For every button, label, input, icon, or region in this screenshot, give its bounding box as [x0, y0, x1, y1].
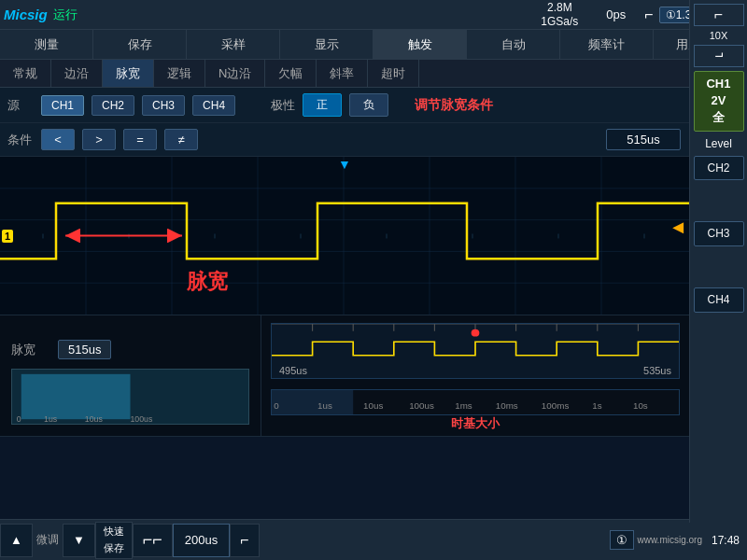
trigger-level-arrow: ◄ [669, 217, 687, 238]
ch1-source-btn[interactable]: CH1 [41, 95, 84, 116]
condition-value-text: 515us [627, 133, 659, 147]
sample-rate-display: 2.8M 1GSa/s [541, 1, 578, 28]
submenu-pulsewidth[interactable]: 脉宽 [103, 60, 154, 87]
menu-counter[interactable]: 频率计 [560, 30, 654, 59]
bottom-panel: 脉宽 515us 0 1us 10us 100us [0, 315, 689, 437]
svg-text:100us: 100us [131, 414, 153, 424]
svg-rect-38 [272, 390, 353, 414]
fine-adjust-up-btn[interactable]: ▲ [0, 524, 33, 557]
polarity-negative-btn[interactable]: 负 [349, 93, 388, 117]
timebase-value-text: 200us [185, 533, 218, 547]
adjust-pulsewidth-label: 调节脉宽条件 [415, 97, 493, 114]
ch1-toolbar-icon[interactable]: ① [610, 530, 634, 550]
svg-text:1s: 1s [592, 402, 602, 411]
timeline-container: 495us 535us 0 1us 10us 100us 1ms 10ms 10… [261, 315, 689, 436]
submenu-timeout[interactable]: 超时 [368, 60, 419, 87]
bottom-toolbar: ▲ 微调 ▼ 快速 保存 ⌐⌐ 200us ⌐ ① www.micsig.org… [0, 519, 747, 560]
svg-text:1us: 1us [317, 402, 332, 411]
ch3-panel-label: CH3 [707, 227, 729, 240]
right-panel: ⌐ 10X ⌐ CH1 2V 全 Level CH2 CH3 CH4 [689, 0, 747, 523]
polarity-positive-btn[interactable]: 正 [303, 93, 342, 117]
condition-label: 条件 [7, 132, 34, 148]
fine-adjust-label: 微调 [33, 532, 63, 548]
menu-auto[interactable]: 自动 [467, 30, 560, 59]
quick-save-btn[interactable]: 快速 保存 [95, 522, 133, 559]
svg-text:100us: 100us [409, 402, 434, 411]
waveform-icon-btn[interactable]: ⌐⌐ [133, 524, 173, 557]
ch4-panel-label: CH4 [707, 293, 729, 306]
svg-point-37 [472, 329, 480, 337]
ch1-voltage-label: 2V [697, 92, 741, 109]
submenu-underdamped[interactable]: 欠幅 [265, 60, 317, 87]
trigger-edge-btn[interactable]: ⌐ [230, 524, 259, 557]
ch2-panel-btn[interactable]: CH2 [694, 156, 744, 181]
timebase-size-label: 时基大小 [451, 415, 500, 432]
toolbar-extra-icons: ① www.micsig.org 17:48 [610, 530, 748, 550]
range-end-label: 535us [643, 365, 671, 376]
menu-display[interactable]: 显示 [280, 30, 374, 59]
ch3-panel-btn[interactable]: CH3 [694, 221, 744, 246]
svg-text:10s: 10s [633, 402, 648, 411]
timebase-display: 0ps [606, 7, 626, 21]
submenu-edge[interactable]: 边沿 [51, 60, 103, 87]
menu-bar: 测量 保存 采样 显示 触发 自动 频率计 用户设置 [0, 30, 747, 60]
ten-x-label: 10X [710, 30, 728, 41]
trigger-submenu: 常规 边沿 脉宽 逻辑 N边沿 欠幅 斜率 超时 [0, 60, 747, 88]
cond-notequal-btn[interactable]: ≠ [164, 129, 198, 150]
pulse-info-value: 515us [58, 340, 111, 359]
trigger-position-marker: ▼ [338, 157, 351, 172]
cond-less-btn[interactable]: < [41, 129, 75, 150]
cond-greater-btn[interactable]: > [82, 129, 116, 150]
menu-trigger[interactable]: 触发 [374, 30, 467, 59]
timebase-value-display[interactable]: 200us [173, 524, 230, 557]
trigger-rising-icon[interactable]: ⌐ [694, 4, 744, 26]
run-state[interactable]: 运行 [53, 7, 78, 23]
ch2-source-btn[interactable]: CH2 [92, 95, 134, 116]
polarity-label: 极性 [271, 97, 295, 114]
submenu-nedge[interactable]: N边沿 [205, 60, 265, 87]
website-label: www.micsig.org [638, 535, 702, 545]
svg-rect-22 [21, 374, 131, 419]
ch4-panel-btn[interactable]: CH4 [694, 287, 744, 313]
ch1-panel-btn[interactable]: CH1 2V 全 [694, 71, 744, 132]
svg-text:0: 0 [274, 402, 278, 411]
app-logo: Micsig [4, 7, 48, 22]
time-display: 17:48 [712, 534, 740, 547]
svg-text:10us: 10us [85, 414, 104, 424]
level-label: Level [694, 135, 744, 152]
cond-equal-btn[interactable]: = [123, 129, 157, 150]
submenu-slope[interactable]: 斜率 [317, 60, 368, 87]
ch3-source-btn[interactable]: CH3 [142, 95, 185, 116]
pulse-info-label: 脉宽 [11, 342, 49, 358]
ch2-panel-label: CH2 [707, 161, 729, 175]
sample-rate: 1GSa/s [541, 15, 578, 28]
pulse-value-row: 脉宽 515us [11, 340, 249, 359]
fine-adjust-down-btn[interactable]: ▼ [63, 524, 95, 557]
condition-value-display[interactable]: 515us [606, 129, 681, 150]
svg-text:1us: 1us [44, 414, 58, 424]
ch1-coupling-label: 全 [697, 109, 741, 126]
source-row: 源 CH1 CH2 CH3 CH4 极性 正 负 调节脉宽条件 [0, 88, 747, 123]
pulse-info-box: 脉宽 515us 0 1us 10us 100us [0, 315, 261, 436]
svg-text:0: 0 [17, 414, 21, 424]
svg-text:1ms: 1ms [455, 402, 472, 411]
svg-text:10us: 10us [363, 402, 384, 411]
menu-sample[interactable]: 采样 [187, 30, 280, 59]
menu-measure[interactable]: 测量 [0, 30, 93, 59]
waveform-area: ▼ [0, 157, 689, 315]
top-bar: Micsig 运行 2.8M 1GSa/s 0ps ⌐ ①1.32V 正常 [0, 0, 747, 30]
source-label: 源 [7, 97, 34, 114]
trigger-edge-icon: ⌐ [644, 7, 653, 23]
ch1-panel-label: CH1 [697, 76, 741, 92]
svg-text:100ms: 100ms [542, 402, 570, 411]
submenu-normal[interactable]: 常规 [0, 60, 51, 87]
menu-save[interactable]: 保存 [93, 30, 187, 59]
pulse-histogram: 0 1us 10us 100us [11, 369, 249, 425]
memory-depth: 2.8M [547, 1, 572, 14]
ch4-source-btn[interactable]: CH4 [192, 95, 235, 116]
waveform-svg [0, 157, 689, 315]
svg-text:10ms: 10ms [496, 402, 518, 411]
ch1-waveform-marker: 1 [2, 230, 13, 243]
submenu-logic[interactable]: 逻辑 [154, 60, 205, 87]
trigger-falling-icon[interactable]: ⌐ [694, 45, 744, 67]
